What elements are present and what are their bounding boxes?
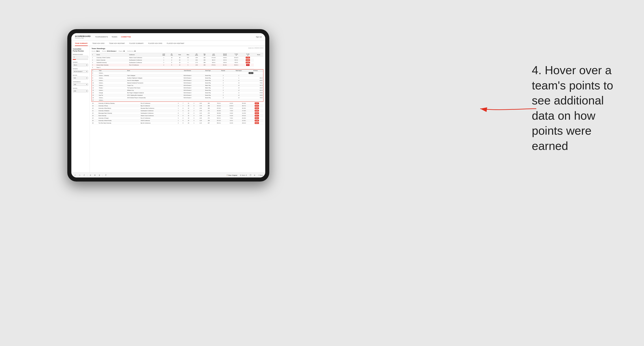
col-adj-score: AdjScore [192, 53, 201, 56]
popup-row: 6 Univers... 139.63 [92, 72, 263, 74]
popup-row: 15 East Ter OFCC Fighting Illini Invitat… [92, 94, 263, 97]
popup-header-row: # Team Event Event Division Event Type R… [92, 70, 263, 72]
popup-row: 11 Univers... Copper Cup NCAA Division I… [92, 84, 263, 87]
col-low-score: LowScore [208, 53, 219, 56]
popup-row: 7 Univers... University Cater Collegiate… [92, 74, 263, 77]
sidebar-label-gender: Gender [73, 62, 88, 63]
sidebar-input-division[interactable]: NCAA Division I ▾ [73, 70, 88, 73]
sidebar-label-school: School [73, 88, 88, 89]
sidebar-label-division: Division [73, 68, 88, 69]
chevron-down-icon-4: ▾ [86, 84, 87, 85]
popup-col-team: Team [98, 70, 126, 72]
subnav-player-h2h-heatmap[interactable]: PLAYER H2H HEATMAP [167, 41, 184, 46]
sidebar-section-gender: Gender Men's ▾ [73, 62, 88, 66]
col-rank: # [92, 53, 96, 56]
sidebar-conference-value: (All) [74, 84, 76, 85]
table-row: 3 Vanderbilt University Southeastern Con… [92, 61, 264, 64]
points-badge-2[interactable]: 93.31 [246, 59, 250, 61]
col-avg-sg: AvgSG [201, 53, 208, 56]
table-row: 20 University of New Mexico Mountain Wes… [92, 107, 264, 110]
settings-button[interactable]: ⊗ [98, 174, 101, 176]
share-button[interactable]: ↗ Share [258, 174, 263, 176]
report-title-section: Team Standings [92, 47, 105, 49]
points-badge-21[interactable]: 88.48 [255, 110, 259, 112]
popup-table: # Team Event Event Division Event Type R… [92, 69, 263, 102]
clock-icon[interactable]: ⏱ [104, 174, 108, 176]
filter-conference: Conference: All [127, 50, 136, 52]
sign-out-link[interactable]: Sign out [256, 36, 262, 38]
report-content: Team Standings Update time: 13/03/2024 1… [90, 46, 265, 173]
view-original-button[interactable]: 📋 View: Original [226, 174, 238, 176]
annotation-text: 4. Hover over a team's points to see add… [532, 63, 626, 154]
comment-button[interactable]: 💬 [250, 174, 251, 176]
standings-table: # School Conference ConfRank NoTour Rnds… [92, 53, 264, 69]
table-row: 5 Texas T... [92, 66, 264, 69]
col-vs25: Vs Top25 [231, 53, 242, 56]
watch-button[interactable]: 👁 Watch ▼ [240, 174, 247, 176]
subnav-player-h2h-grid[interactable]: PLAYER H2H GRID [148, 41, 162, 46]
zoom-icon[interactable]: ⊞ [93, 174, 96, 176]
content-wrapper: CommitteePortal Review Minimum Rounds 5 … [71, 46, 265, 173]
points-badge-22[interactable]: 83.41 [255, 112, 259, 114]
points-badge[interactable]: 97.02 [246, 57, 250, 58]
filter-conference-val: All [134, 50, 136, 52]
points-badge-26[interactable]: 88.94 [255, 122, 259, 124]
points-badge-24[interactable]: 88.14 [255, 117, 259, 119]
table-row-highlighted: 4 Arizona State University Pac-12 Confer… [92, 64, 264, 66]
popup-row: 12 Florida I The Cypress Point Classic N… [92, 87, 263, 89]
popup-col-rounds: Rounds [217, 70, 230, 72]
table-row: 23 Duke University Atlantic Coast Confer… [92, 115, 264, 117]
filter-gender-val: Men's [96, 50, 100, 52]
col-overall: OverallRecord [219, 53, 230, 56]
filter-region: Region: All [119, 50, 125, 52]
redo-button[interactable]: ↪ [78, 174, 81, 176]
sidebar-label-rounds: Minimum Rounds [73, 54, 88, 55]
portal-title: CommitteePortal Review [73, 48, 88, 52]
popup-row: 14 Georgia Ben Hogan Collegiate Invitati… [92, 92, 263, 94]
filter-division: Division: NCAA Division I [102, 50, 116, 52]
sidebar-input-gender[interactable]: Men's ▾ [73, 64, 88, 66]
left-panel: CommitteePortal Review Minimum Rounds 5 … [71, 46, 90, 173]
subnav-player-summary[interactable]: PLAYER SUMMARY [129, 41, 144, 46]
sidebar-region-value: N/A [74, 77, 76, 79]
nav-tournaments[interactable]: TOURNAMENTS [95, 36, 108, 38]
table-row: 24 University of Oregon Pac-12 Conferenc… [92, 117, 264, 119]
sidebar-school-value: (All) [74, 90, 76, 92]
points-badge-19[interactable]: 88.70 [255, 105, 259, 107]
popup-col-w-points: W Points [248, 70, 263, 72]
table-header-row: # School Conference ConfRank NoTour Rnds… [92, 53, 264, 56]
sidebar-input-conference[interactable]: (All) ▾ [73, 83, 88, 86]
footer-toolbar: ↩ ↪ ↺ | ⊕ ⊞ ⊗ | ⏱ 📋 View: Original 👁 Wat… [71, 173, 265, 177]
points-badge-3[interactable]: 90.20 [246, 62, 250, 63]
sidebar-slider-rounds[interactable] [73, 59, 88, 60]
undo-button[interactable]: ↩ [74, 174, 77, 176]
subnav-team-h2h-grid[interactable]: TEAM H2H GRID [92, 41, 104, 46]
scene: SCOREBOARD Powered by clippi TOURNAMENTS… [0, 0, 644, 346]
points-badge-18[interactable]: 83.07 [255, 102, 259, 104]
points-badge-4[interactable]: 79.5 [246, 64, 250, 66]
sidebar-input-school[interactable]: (All) ▾ [73, 90, 88, 92]
header-left: SCOREBOARD Powered by clippi TOURNAMENTS… [75, 35, 131, 39]
sidebar-rounds-value: 5 [74, 56, 74, 58]
sidebar-section-school: School (All) ▾ [73, 88, 88, 92]
popup-col-event-div: Event Division [176, 70, 199, 72]
zoom-in-button[interactable]: ⊕ [89, 174, 92, 176]
col-conf-rank: ConfRank [160, 53, 168, 56]
subnav-team-summary[interactable]: TEAM SUMMARY [75, 41, 88, 46]
points-badge-23[interactable]: 88.71 [255, 115, 259, 117]
table-row: 25 University of North Florida ASUN Conf… [92, 119, 264, 122]
popup-col-event-type: Event Type [199, 70, 217, 72]
lower-standings-table: 18 University of California, Berkeley Pa… [92, 102, 264, 124]
sidebar-input-rounds[interactable]: 5 [73, 56, 88, 58]
layout-button[interactable]: ⊞ [254, 174, 255, 176]
col-rnds: Rnds [176, 53, 184, 56]
reset-button[interactable]: ↺ [82, 174, 86, 176]
points-badge-20[interactable]: 88.49 [255, 107, 259, 109]
sidebar-label-region: Region [73, 75, 88, 76]
sidebar-input-region[interactable]: N/A ▾ [73, 77, 88, 79]
points-badge-25[interactable]: 83.89 [255, 120, 259, 122]
nav-committee[interactable]: COMMITTEE [121, 36, 131, 38]
subnav-team-h2h-heatmap[interactable]: TEAM H2H HEATMAP [109, 41, 125, 46]
nav-teams[interactable]: TEAMS [112, 36, 117, 38]
main-nav: TOURNAMENTS TEAMS COMMITTEE [95, 36, 131, 38]
